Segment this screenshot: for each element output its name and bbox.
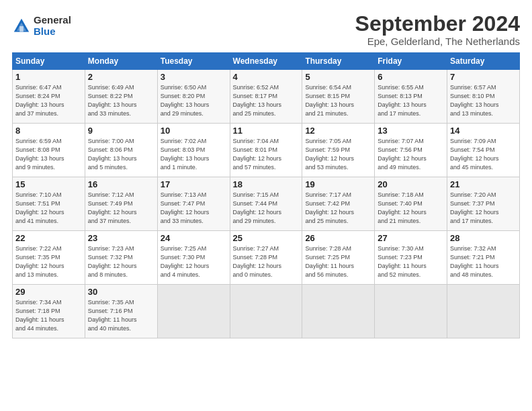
calendar-cell: 17Sunrise: 7:13 AM Sunset: 7:47 PM Dayli… bbox=[157, 177, 230, 231]
calendar-cell: 24Sunrise: 7:25 AM Sunset: 7:30 PM Dayli… bbox=[157, 231, 230, 285]
calendar-cell: 8Sunrise: 6:59 AM Sunset: 8:08 PM Daylig… bbox=[13, 124, 85, 177]
day-detail: Sunrise: 6:55 AM Sunset: 8:13 PM Dayligh… bbox=[378, 83, 444, 118]
day-number: 11 bbox=[233, 126, 300, 136]
calendar-cell: 19Sunrise: 7:17 AM Sunset: 7:42 PM Dayli… bbox=[302, 177, 375, 231]
week-row-0: 1Sunrise: 6:47 AM Sunset: 8:24 PM Daylig… bbox=[13, 70, 520, 124]
day-number: 24 bbox=[161, 233, 227, 243]
header: General Blue September 2024 Epe, Gelderl… bbox=[12, 12, 520, 47]
day-detail: Sunrise: 7:10 AM Sunset: 7:51 PM Dayligh… bbox=[15, 191, 82, 226]
day-number: 19 bbox=[305, 179, 371, 189]
day-detail: Sunrise: 7:09 AM Sunset: 7:54 PM Dayligh… bbox=[450, 137, 517, 172]
calendar-cell bbox=[447, 285, 520, 338]
day-detail: Sunrise: 6:54 AM Sunset: 8:15 PM Dayligh… bbox=[305, 83, 371, 118]
day-number: 7 bbox=[450, 72, 517, 82]
day-detail: Sunrise: 7:13 AM Sunset: 7:47 PM Dayligh… bbox=[161, 191, 227, 226]
day-number: 1 bbox=[15, 72, 82, 82]
day-number: 27 bbox=[378, 233, 444, 243]
calendar-cell bbox=[375, 285, 447, 338]
week-row-2: 15Sunrise: 7:10 AM Sunset: 7:51 PM Dayli… bbox=[13, 177, 520, 231]
day-number: 2 bbox=[88, 72, 154, 82]
calendar-cell: 22Sunrise: 7:22 AM Sunset: 7:35 PM Dayli… bbox=[13, 231, 85, 285]
day-number: 9 bbox=[88, 126, 154, 136]
day-number: 5 bbox=[305, 72, 371, 82]
day-number: 13 bbox=[378, 126, 444, 136]
day-number: 6 bbox=[378, 72, 444, 82]
calendar-cell: 20Sunrise: 7:18 AM Sunset: 7:40 PM Dayli… bbox=[375, 177, 447, 231]
day-detail: Sunrise: 7:00 AM Sunset: 8:06 PM Dayligh… bbox=[88, 137, 154, 172]
calendar-cell: 23Sunrise: 7:23 AM Sunset: 7:32 PM Dayli… bbox=[85, 231, 157, 285]
day-number: 18 bbox=[233, 179, 300, 189]
calendar-cell: 30Sunrise: 7:35 AM Sunset: 7:16 PM Dayli… bbox=[85, 285, 157, 338]
logo-blue-text: Blue bbox=[34, 26, 71, 38]
header-saturday: Saturday bbox=[447, 53, 520, 70]
calendar-title: September 2024 bbox=[355, 12, 520, 36]
header-row: Sunday Monday Tuesday Wednesday Thursday… bbox=[13, 53, 520, 70]
day-number: 15 bbox=[15, 179, 82, 189]
calendar-subtitle: Epe, Gelderland, The Netherlands bbox=[355, 36, 520, 47]
day-number: 10 bbox=[161, 126, 227, 136]
day-detail: Sunrise: 6:50 AM Sunset: 8:20 PM Dayligh… bbox=[161, 83, 227, 118]
calendar-cell: 15Sunrise: 7:10 AM Sunset: 7:51 PM Dayli… bbox=[13, 177, 85, 231]
day-detail: Sunrise: 7:35 AM Sunset: 7:16 PM Dayligh… bbox=[88, 298, 154, 333]
calendar-cell: 12Sunrise: 7:05 AM Sunset: 7:59 PM Dayli… bbox=[302, 124, 375, 177]
calendar-cell: 28Sunrise: 7:32 AM Sunset: 7:21 PM Dayli… bbox=[447, 231, 520, 285]
calendar-cell: 4Sunrise: 6:52 AM Sunset: 8:17 PM Daylig… bbox=[230, 70, 302, 124]
calendar-cell: 2Sunrise: 6:49 AM Sunset: 8:22 PM Daylig… bbox=[85, 70, 157, 124]
calendar-table: Sunday Monday Tuesday Wednesday Thursday… bbox=[12, 52, 520, 338]
calendar-cell: 3Sunrise: 6:50 AM Sunset: 8:20 PM Daylig… bbox=[157, 70, 230, 124]
day-detail: Sunrise: 7:30 AM Sunset: 7:23 PM Dayligh… bbox=[378, 244, 444, 279]
week-row-1: 8Sunrise: 6:59 AM Sunset: 8:08 PM Daylig… bbox=[13, 124, 520, 177]
day-detail: Sunrise: 7:02 AM Sunset: 8:03 PM Dayligh… bbox=[161, 137, 227, 172]
calendar-cell bbox=[302, 285, 375, 338]
header-friday: Friday bbox=[375, 53, 447, 70]
day-number: 8 bbox=[15, 126, 82, 136]
logo-general-text: General bbox=[34, 15, 71, 26]
calendar-cell bbox=[230, 285, 302, 338]
calendar-cell: 13Sunrise: 7:07 AM Sunset: 7:56 PM Dayli… bbox=[375, 124, 447, 177]
day-number: 29 bbox=[15, 287, 82, 297]
day-number: 25 bbox=[233, 233, 300, 243]
day-number: 21 bbox=[450, 179, 517, 189]
day-detail: Sunrise: 7:34 AM Sunset: 7:18 PM Dayligh… bbox=[15, 298, 82, 333]
calendar-cell: 16Sunrise: 7:12 AM Sunset: 7:49 PM Dayli… bbox=[85, 177, 157, 231]
header-sunday: Sunday bbox=[13, 53, 85, 70]
calendar-cell bbox=[157, 285, 230, 338]
calendar-cell: 27Sunrise: 7:30 AM Sunset: 7:23 PM Dayli… bbox=[375, 231, 447, 285]
header-thursday: Thursday bbox=[302, 53, 375, 70]
day-number: 4 bbox=[233, 72, 300, 82]
calendar-cell: 29Sunrise: 7:34 AM Sunset: 7:18 PM Dayli… bbox=[13, 285, 85, 338]
day-detail: Sunrise: 6:49 AM Sunset: 8:22 PM Dayligh… bbox=[88, 83, 154, 118]
calendar-cell: 10Sunrise: 7:02 AM Sunset: 8:03 PM Dayli… bbox=[157, 124, 230, 177]
day-number: 22 bbox=[15, 233, 82, 243]
day-number: 28 bbox=[450, 233, 517, 243]
day-detail: Sunrise: 6:57 AM Sunset: 8:10 PM Dayligh… bbox=[450, 83, 517, 118]
day-detail: Sunrise: 7:25 AM Sunset: 7:30 PM Dayligh… bbox=[161, 244, 227, 279]
day-detail: Sunrise: 7:12 AM Sunset: 7:49 PM Dayligh… bbox=[88, 191, 154, 226]
day-detail: Sunrise: 6:52 AM Sunset: 8:17 PM Dayligh… bbox=[233, 83, 300, 118]
svg-rect-2 bbox=[19, 26, 24, 32]
day-detail: Sunrise: 7:20 AM Sunset: 7:37 PM Dayligh… bbox=[450, 191, 517, 226]
day-detail: Sunrise: 7:22 AM Sunset: 7:35 PM Dayligh… bbox=[15, 244, 82, 279]
day-detail: Sunrise: 7:27 AM Sunset: 7:28 PM Dayligh… bbox=[233, 244, 300, 279]
calendar-cell: 7Sunrise: 6:57 AM Sunset: 8:10 PM Daylig… bbox=[447, 70, 520, 124]
day-detail: Sunrise: 7:28 AM Sunset: 7:25 PM Dayligh… bbox=[305, 244, 371, 279]
calendar-cell: 5Sunrise: 6:54 AM Sunset: 8:15 PM Daylig… bbox=[302, 70, 375, 124]
day-detail: Sunrise: 7:32 AM Sunset: 7:21 PM Dayligh… bbox=[450, 244, 517, 279]
calendar-cell: 6Sunrise: 6:55 AM Sunset: 8:13 PM Daylig… bbox=[375, 70, 447, 124]
calendar-cell: 18Sunrise: 7:15 AM Sunset: 7:44 PM Dayli… bbox=[230, 177, 302, 231]
logo-icon bbox=[12, 17, 31, 36]
page: General Blue September 2024 Epe, Gelderl… bbox=[0, 0, 532, 411]
day-detail: Sunrise: 6:47 AM Sunset: 8:24 PM Dayligh… bbox=[15, 83, 82, 118]
title-block: September 2024 Epe, Gelderland, The Neth… bbox=[355, 12, 520, 47]
day-detail: Sunrise: 7:07 AM Sunset: 7:56 PM Dayligh… bbox=[378, 137, 444, 172]
header-tuesday: Tuesday bbox=[157, 53, 230, 70]
calendar-cell: 14Sunrise: 7:09 AM Sunset: 7:54 PM Dayli… bbox=[447, 124, 520, 177]
header-wednesday: Wednesday bbox=[230, 53, 302, 70]
day-number: 23 bbox=[88, 233, 154, 243]
calendar-cell: 26Sunrise: 7:28 AM Sunset: 7:25 PM Dayli… bbox=[302, 231, 375, 285]
calendar-cell: 11Sunrise: 7:04 AM Sunset: 8:01 PM Dayli… bbox=[230, 124, 302, 177]
logo: General Blue bbox=[12, 15, 71, 37]
day-number: 26 bbox=[305, 233, 371, 243]
header-monday: Monday bbox=[85, 53, 157, 70]
calendar-cell: 21Sunrise: 7:20 AM Sunset: 7:37 PM Dayli… bbox=[447, 177, 520, 231]
